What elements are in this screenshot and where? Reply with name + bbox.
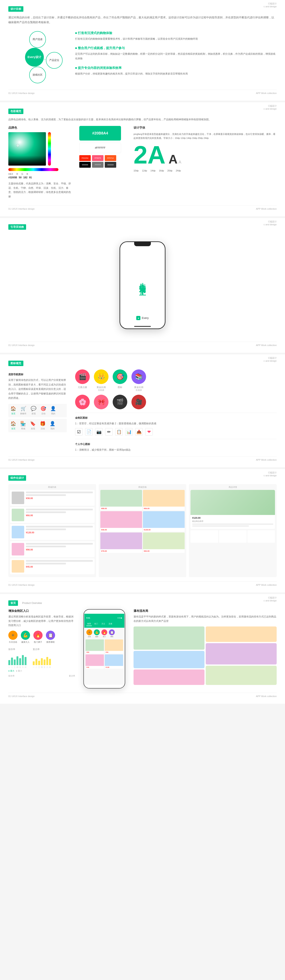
product-card-6: ¥92.00: [143, 533, 185, 553]
mock-img-3: [12, 526, 24, 538]
comp-col-1: 商城列表 ¥38.00 ¥66.00: [8, 484, 96, 577]
font-size-24: 24dp: [176, 169, 180, 172]
section-tag-1: 设计目标: [8, 6, 23, 12]
section-tag-3: 引导页动效: [8, 224, 26, 230]
detail-img: [190, 490, 275, 515]
brand-desc: 主题绿色优雅，代表品牌美义为：清爽、安全、平稳、舒适、生机、宁静、自然、环保、活…: [8, 181, 71, 199]
comp-col-3-label: 商品详情: [190, 486, 275, 488]
phone-price-1: ¥88: [86, 651, 104, 654]
related-items: [190, 530, 275, 543]
mock-list-3: ¥128.00: [10, 524, 95, 540]
chart-legend-1: ● 最大 ● 最小: [8, 670, 27, 672]
mock-img-1: [12, 492, 24, 504]
main-icons-row: 🎬 👑 🎯 📚: [75, 369, 277, 384]
homepage-section: C端设计 c and design 首页 Product Overview 增加…: [0, 594, 285, 704]
swatch-dark: 333333: [105, 162, 116, 168]
gold-icon-heart: ❤: [145, 428, 153, 436]
hp-fitness-circle: 💪: [21, 631, 30, 640]
brand-color-title: 品牌色: [8, 126, 71, 130]
phone-product-img-3: [86, 654, 104, 666]
nav-item-activity-1: 🎯 活动: [41, 406, 46, 415]
waterfall-col-2: [206, 627, 277, 685]
phone-product-4: ¥138: [105, 654, 123, 669]
phone-logo-icon: ▲: [136, 316, 141, 320]
goal-center-node: Every设计: [25, 48, 44, 67]
comp-col-1-label: 商城列表: [10, 486, 95, 488]
phone-icon-circle-1: ☀: [86, 629, 92, 635]
bar-1-2: [11, 657, 13, 665]
goal-node-2: 产品定位: [46, 52, 63, 69]
goal-item-title-3: ■ 提升专业内容的浏览体验和效率: [75, 66, 277, 70]
icon-video: 🎬: [75, 369, 90, 384]
section-meta-1: C端设计 c and design: [264, 2, 277, 8]
icon-label-gold2: 黄金比例0.618: [131, 386, 146, 391]
home-icon-2: 🏠: [10, 421, 16, 426]
color-picker-cursor: [17, 145, 19, 146]
accent-red: FD2204: [79, 155, 91, 161]
icon-target: 🎯: [112, 369, 127, 384]
label-end: 复访率: [69, 675, 75, 678]
accent-pink: FF5575: [92, 155, 103, 161]
hue-slider: [48, 132, 51, 165]
section-footer-5: 01 UI/UX Interface design APP Work colle…: [8, 581, 277, 586]
bar-1-5: [19, 658, 21, 665]
mock-text-5: ¥45.00: [26, 560, 93, 573]
gold-icons-title: 金刚区图标: [75, 416, 277, 420]
secondary-icon-1: 🌸: [75, 395, 90, 409]
phone-price-2: ¥56: [105, 651, 123, 654]
phone-icon-circle-2: 💪: [94, 629, 100, 635]
color-brand: 品牌色 HEX R G B #3265B: [8, 126, 71, 201]
gift-icon-2: 🎁: [40, 421, 46, 426]
phone-icon-4: 📋 课程: [109, 629, 115, 638]
goal-item-desc-3: 根据用户分好，持续更新有趣性的相关布局，提升日常设计的、增加文字排列间效果多语言…: [75, 72, 277, 76]
related-3: [247, 530, 275, 543]
mock-text-1: ¥38.00: [26, 492, 93, 504]
bar-1-6: [22, 655, 24, 665]
guide-section: C端设计 c and design 引导页动效 生命运动不止！ ▲ Every …: [0, 218, 285, 353]
section-footer-3: 01 UI/UX Interface design APP Work colle…: [8, 342, 277, 347]
product-price-3: ¥46.00: [100, 528, 142, 532]
chart-x-labels-2: 一 二 三 四 五 六 日: [33, 666, 51, 669]
swatch-gray: 777777: [92, 162, 103, 168]
hp-icon-hot: 🔥 热门课子: [33, 631, 43, 644]
product-img-5: [100, 533, 142, 549]
color-typography: 设计字体 pingfang字体是体造型超越来越突出，充满生命力的字体超来越生活化…: [133, 126, 277, 201]
bar-2-7: [49, 659, 51, 665]
crown-icon-circle: 👑: [94, 369, 109, 384]
icon-spec-content: 底部导航图标 采用了极简绿色的识别方式，可以让用户分得更有辨别，虽然图标都差不多…: [8, 369, 277, 452]
bar-2-2: [35, 659, 37, 665]
gradient-bar: [8, 168, 59, 171]
secondary-icon-2: 🎀: [94, 395, 109, 409]
product-price-4: ¥138.00: [143, 528, 185, 532]
homepage-content: 增加金刚区入口 通过用更清晰分析发现金刚区提升前景，有效导览，根据浏览习惯分析，…: [8, 609, 277, 689]
mock-img-5: [12, 560, 24, 573]
mock-list-1: ¥38.00: [10, 490, 95, 506]
goal-item-title-2: ■ 整合用户行成就感，提升用户参与: [75, 46, 277, 50]
phone-product-img-4: [105, 654, 123, 666]
bar-2-5: [44, 659, 46, 665]
components-grid: 商城列表 ¥38.00 ¥66.00: [8, 484, 277, 577]
wf-item-4: [206, 627, 277, 642]
rgb-r: 50: [19, 176, 22, 179]
font-size-10: 10dp: [133, 169, 139, 172]
hp-icon-activity: ☀ 今日活动: [8, 631, 17, 644]
section-meta-2: C端设计 c and design: [264, 104, 277, 110]
bar-1-7: [25, 657, 27, 665]
secondary-icon-3: 🎬: [112, 395, 127, 409]
detail-text-2: [192, 525, 249, 527]
hex-values: #3265B 50 182 91: [8, 176, 71, 179]
section-header-6: 首页 Product Overview: [8, 600, 277, 606]
gold-icon-6: 📊: [125, 428, 133, 436]
section-tag-6: 首页: [8, 600, 18, 606]
homepage-left: 增加金刚区入口 通过用更清晰分析发现金刚区提升前景，有效导览，根据浏览习惯分析，…: [8, 609, 75, 689]
nav-item-profile-2: 👤 我的: [50, 421, 55, 430]
nav-icons-title: 底部导航图标: [8, 373, 67, 376]
product-card-5: ¥78.00: [100, 533, 142, 553]
phone-content: 生命运动不止！: [135, 274, 150, 297]
gold-icon-3: 📷: [95, 428, 103, 436]
icon-desc-left: 底部导航图标 采用了极简绿色的识别方式，可以让用户分得更有辨别，虽然图标都差不多…: [8, 369, 67, 452]
section-header-4: 图标规范: [8, 361, 277, 366]
nav-item-gift-2: 🎁 活动: [40, 421, 46, 430]
phone-nav-tabs: 推荐 热门 关注 直播: [84, 622, 124, 628]
comp-col-3: 商品详情 ¥120.00 精品商品推荐: [189, 484, 277, 577]
